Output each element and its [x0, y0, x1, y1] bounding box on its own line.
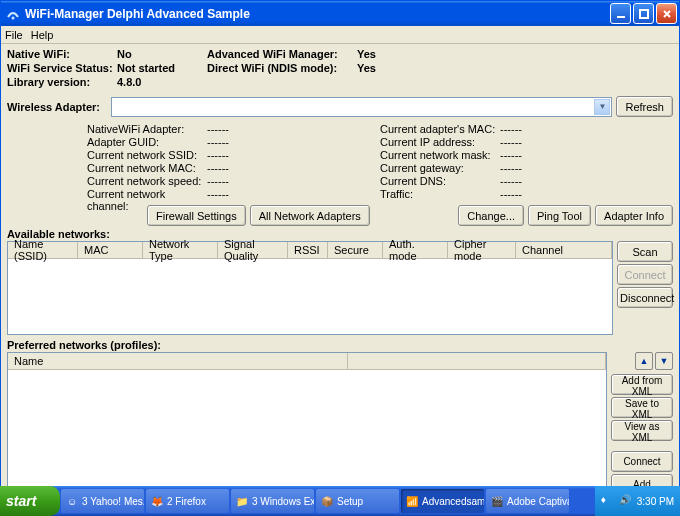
info-label: Current network MAC: — [87, 162, 207, 175]
available-body — [8, 259, 612, 334]
refresh-button[interactable]: Refresh — [616, 96, 673, 117]
task-item[interactable]: ☺3 Yahoo! Mes... — [61, 489, 144, 513]
explorer-icon: 📁 — [235, 494, 249, 508]
save-to-xml-button[interactable]: Save to XML — [611, 397, 673, 418]
status-label: Direct WiFi (NDIS mode): — [207, 62, 357, 76]
system-tray[interactable]: ♦ 🔊 3:30 PM — [595, 486, 680, 516]
arrow-buttons: ▲ ▼ — [611, 352, 673, 370]
task-item[interactable]: 🦊2 Firefox — [146, 489, 229, 513]
task-item[interactable]: 📶Advancedsample — [401, 489, 484, 513]
svg-rect-1 — [617, 16, 625, 18]
pref-connect-button[interactable]: Connect — [611, 451, 673, 472]
info-value: ------ — [500, 175, 522, 188]
status-value: Yes — [357, 62, 376, 76]
window-title: WiFi-Manager Delphi Advanced Sample — [25, 7, 610, 21]
info-label: Traffic: — [380, 188, 500, 201]
svg-point-0 — [12, 16, 15, 19]
info-value: ------ — [500, 162, 522, 175]
status-label: Native WiFi: — [7, 48, 117, 62]
app-icon: 📶 — [405, 494, 419, 508]
col-nettype[interactable]: Network Type — [143, 242, 218, 258]
firewall-button[interactable]: Firewall Settings — [147, 205, 246, 226]
adapter-row: Wireless Adapter: ▼ Refresh — [7, 96, 673, 117]
scan-button[interactable]: Scan — [617, 241, 673, 262]
adapter-label: Wireless Adapter: — [7, 101, 107, 113]
info-value: ------ — [500, 188, 522, 201]
info-value: ------ — [207, 136, 229, 149]
info-label: Current network SSID: — [87, 149, 207, 162]
adapter-combo[interactable]: ▼ — [111, 97, 612, 117]
change-button[interactable]: Change... — [458, 205, 524, 226]
disconnect-button[interactable]: Disconnect — [617, 287, 673, 308]
status-value: Not started — [117, 62, 175, 76]
status-label: Library version: — [7, 76, 117, 90]
adapter-info-button[interactable]: Adapter Info — [595, 205, 673, 226]
task-item[interactable]: 📦Setup — [316, 489, 399, 513]
info-label: Current adapter's MAC: — [380, 123, 500, 136]
info-label: Current network speed: — [87, 175, 207, 188]
status-value: 4.8.0 — [117, 76, 141, 90]
clock[interactable]: 3:30 PM — [637, 496, 674, 507]
col-rssi[interactable]: RSSI — [288, 242, 328, 258]
move-down-button[interactable]: ▼ — [655, 352, 673, 370]
available-side: Scan Connect Disconnect — [617, 241, 673, 335]
status-label: Advanced WiFi Manager: — [207, 48, 357, 62]
svg-rect-2 — [640, 10, 648, 18]
task-item[interactable]: 📁3 Windows Ex... — [231, 489, 314, 513]
col-name[interactable]: Name — [8, 353, 348, 369]
captivate-icon: 🎬 — [490, 494, 504, 508]
tray-icon[interactable]: 🔊 — [619, 494, 633, 508]
titlebar: WiFi-Manager Delphi Advanced Sample — [1, 1, 679, 26]
available-list[interactable]: Name (SSID) MAC Network Type Signal Qual… — [7, 241, 613, 335]
info-value: ------ — [207, 188, 229, 201]
info-value: ------ — [207, 175, 229, 188]
tray-icon[interactable]: ♦ — [601, 494, 615, 508]
info-value: ------ — [500, 149, 522, 162]
add-from-xml-button[interactable]: Add from XML — [611, 374, 673, 395]
menu-help[interactable]: Help — [31, 29, 54, 41]
maximize-button[interactable] — [633, 3, 654, 24]
connect-button[interactable]: Connect — [617, 264, 673, 285]
ping-button[interactable]: Ping Tool — [528, 205, 591, 226]
menubar: File Help — [1, 26, 679, 44]
status-grid: Native WiFi:No WiFi Service Status:Not s… — [7, 48, 673, 90]
info-value: ------ — [500, 136, 522, 149]
info-value: ------ — [500, 123, 522, 136]
setup-icon: 📦 — [320, 494, 334, 508]
content-area: Native WiFi:No WiFi Service Status:Not s… — [1, 44, 679, 516]
col-ssid[interactable]: Name (SSID) — [8, 242, 78, 258]
col-secure[interactable]: Secure — [328, 242, 383, 258]
info-label: Current DNS: — [380, 175, 500, 188]
status-value: No — [117, 48, 132, 62]
action-row: Firewall Settings All Network Adapters C… — [147, 205, 673, 226]
chevron-down-icon[interactable]: ▼ — [594, 99, 610, 115]
firefox-icon: 🦊 — [150, 494, 164, 508]
start-label: start — [6, 493, 36, 509]
col-empty — [348, 353, 606, 369]
info-label: Current IP address: — [380, 136, 500, 149]
task-item[interactable]: 🎬Adobe Captivat... — [486, 489, 569, 513]
info-value: ------ — [207, 162, 229, 175]
taskbar: start ☺3 Yahoo! Mes... 🦊2 Firefox 📁3 Win… — [0, 486, 680, 516]
col-signal[interactable]: Signal Quality — [218, 242, 288, 258]
col-cipher[interactable]: Cipher mode — [448, 242, 516, 258]
info-label: Adapter GUID: — [87, 136, 207, 149]
start-button[interactable]: start — [0, 486, 60, 516]
col-auth[interactable]: Auth. mode — [383, 242, 448, 258]
col-channel[interactable]: Channel — [516, 242, 612, 258]
minimize-button[interactable] — [610, 3, 631, 24]
close-button[interactable] — [656, 3, 677, 24]
col-mac[interactable]: MAC — [78, 242, 143, 258]
yahoo-icon: ☺ — [65, 494, 79, 508]
adapter-info: NativeWiFi Adapter:------ Adapter GUID:-… — [87, 123, 673, 201]
available-label: Available networks: — [7, 228, 673, 240]
preferred-label: Preferred networks (profiles): — [7, 339, 673, 351]
menu-file[interactable]: File — [5, 29, 23, 41]
info-label: Current network channel: — [87, 188, 207, 201]
available-area: Name (SSID) MAC Network Type Signal Qual… — [7, 241, 673, 335]
all-adapters-button[interactable]: All Network Adapters — [250, 205, 370, 226]
move-up-button[interactable]: ▲ — [635, 352, 653, 370]
view-as-xml-button[interactable]: View as XML — [611, 420, 673, 441]
status-value: Yes — [357, 48, 376, 62]
info-label: Current network mask: — [380, 149, 500, 162]
